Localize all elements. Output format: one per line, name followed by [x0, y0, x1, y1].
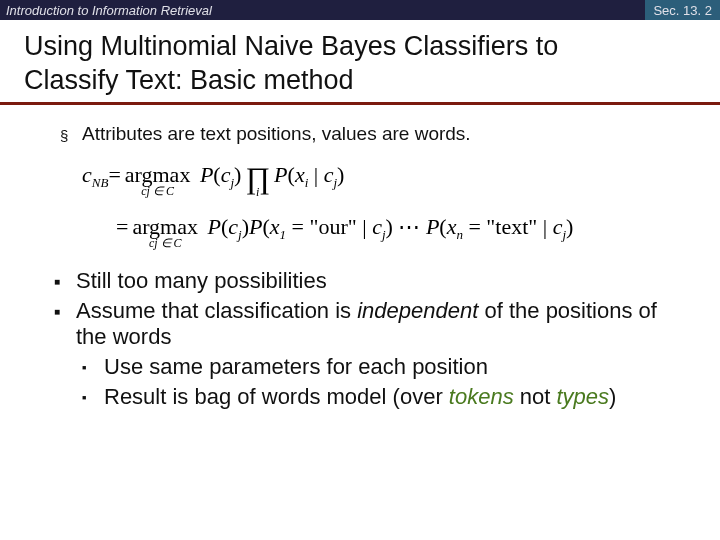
- square-bullet-icon: ■: [54, 276, 76, 287]
- square-bullet-icon: ■: [82, 364, 104, 371]
- formula-block: cNB = argmax cj ∈ C P(cj) ∏ i P(xi | cj)…: [82, 163, 684, 251]
- product-symbol: ∏ i: [245, 161, 270, 199]
- slide-title: Using Multinomial Naive Bayes Classifier…: [0, 20, 720, 102]
- sub-bullet-same-params: ■ Use same parameters for each position: [60, 354, 684, 380]
- header-section: Sec. 13. 2: [645, 0, 720, 20]
- title-line-1: Using Multinomial Naive Bayes Classifier…: [24, 30, 696, 64]
- bullet-attributes: § Attributes are text positions, values …: [60, 123, 684, 145]
- argmax-1: argmax cj ∈ C: [125, 163, 191, 198]
- argmax-2: argmax cj ∈ C: [132, 215, 198, 250]
- sub-bullet-bag-of-words: ■ Result is bag of words model (over tok…: [60, 384, 684, 410]
- bullet-independent: ■ Assume that classification is independ…: [60, 298, 684, 350]
- header-left: Introduction to Information Retrieval: [6, 3, 212, 18]
- title-line-2: Classify Text: Basic method: [24, 64, 696, 98]
- bullet-still-many: ■ Still too many possibilities: [60, 268, 684, 294]
- square-bullet-icon: ■: [54, 306, 76, 317]
- slide-content: § Attributes are text positions, values …: [0, 105, 720, 411]
- formula-line-1: cNB = argmax cj ∈ C P(cj) ∏ i P(xi | cj): [82, 163, 684, 201]
- slide-header: Introduction to Information Retrieval Se…: [0, 0, 720, 20]
- bullet-text: Attributes are text positions, values ar…: [82, 123, 471, 145]
- formula-line-2: = argmax cj ∈ C P(cj)P(x1 = "our" | cj) …: [116, 215, 684, 250]
- bullet-icon: §: [60, 127, 82, 144]
- square-bullet-icon: ■: [82, 394, 104, 401]
- sub-bullets: ■ Use same parameters for each position …: [60, 354, 684, 410]
- lower-bullets: ■ Still too many possibilities ■ Assume …: [60, 268, 684, 410]
